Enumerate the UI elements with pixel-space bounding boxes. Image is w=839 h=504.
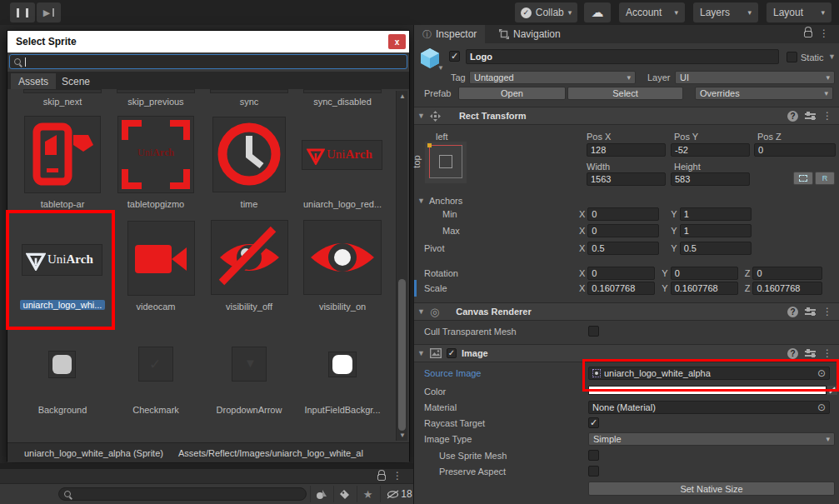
account-dropdown[interactable]: Account ▾ [619,2,685,22]
active-checkbox[interactable]: ✓ [449,51,460,62]
presets-icon[interactable] [805,307,816,317]
image-type-dropdown[interactable]: Simple ▾ [588,432,835,446]
scale-z-field[interactable]: 0.1607768 [752,282,822,295]
sprite-checkmark[interactable]: ✓ [138,347,173,382]
step-button[interactable]: ▶ [37,2,61,22]
tab-inspector[interactable]: ⓘ Inspector [414,25,485,43]
scroll-up-icon[interactable]: ▲ [397,92,408,100]
sprite-tabletop-ar[interactable] [24,116,101,193]
gameobject-name-field[interactable]: Logo [466,49,779,64]
project-search-input[interactable] [58,487,307,501]
tab-scene[interactable]: Scene [54,73,97,89]
blueprint-mode-button[interactable] [793,172,813,185]
source-image-field[interactable]: uniarch_logo_white_alpha ⊙ [588,367,830,380]
kebab-menu-icon[interactable]: ⋮ [822,306,832,317]
prefab-overrides-dropdown[interactable]: Overrides ▾ [695,87,833,100]
prefab-open-button[interactable]: Open [458,87,566,100]
sprite-dropdownarrow[interactable]: ▼ [232,347,267,382]
foldout-icon[interactable]: ▼ [417,349,425,357]
favorites-button[interactable]: ★ [357,486,378,502]
height-field[interactable]: 583 [671,172,750,186]
width-field[interactable]: 1563 [587,172,666,186]
sprite-background[interactable] [48,351,76,378]
foldout-icon[interactable]: ▼ [417,112,425,120]
max-x-field[interactable]: 0 [587,224,659,237]
select-sprite-titlebar[interactable]: Select Sprite x [7,31,409,52]
tag-dropdown[interactable]: Untagged ▾ [469,71,636,84]
help-icon[interactable]: ? [787,307,798,317]
presets-icon[interactable] [805,112,816,121]
prefab-select-button[interactable]: Select [567,87,683,100]
sprite-uniarch-logo-red[interactable]: UniArch [302,140,382,170]
sprite-visibility-on[interactable] [303,220,382,295]
grid-scrollbar[interactable]: ▲ ▼ [396,91,407,441]
eyedropper-button[interactable] [827,386,837,395]
sprite-skip-previous[interactable] [117,89,195,93]
sprite-time[interactable] [212,117,286,192]
static-checkbox[interactable] [787,52,797,62]
presets-icon[interactable] [805,349,816,358]
set-native-size-button[interactable]: Set Native Size [588,482,835,496]
raycast-target-checkbox[interactable]: ✓ [588,417,599,428]
rotation-y-field[interactable]: 0 [671,267,738,280]
scale-x-field[interactable]: 0.1607768 [587,282,655,295]
tab-assets[interactable]: Assets [11,73,56,89]
kebab-menu-icon[interactable]: ⋮ [822,110,832,122]
sprite-uniarch-logo-white[interactable]: UniArch [22,244,102,276]
layer-dropdown[interactable]: UI ▾ [675,71,835,84]
canvas-renderer-header[interactable]: ▼ ◎ Canvas Renderer ? ⋮ [414,302,839,321]
static-dropdown-arrow[interactable]: ▼ [828,52,836,61]
lock-icon[interactable] [377,474,386,481]
kebab-menu-icon[interactable]: ⋮ [822,347,832,359]
layout-dropdown[interactable]: Layout ▾ [767,2,832,22]
sprite-skip-next[interactable] [23,89,102,93]
image-header[interactable]: ▼ ✓ Image ? ⋮ [414,344,839,362]
filter-by-label-button[interactable] [333,486,355,502]
preserve-aspect-checkbox[interactable] [588,466,599,477]
scale-y-field[interactable]: 0.1607768 [671,282,738,295]
material-field[interactable]: None (Material) ⊙ [588,401,830,414]
pos-y-field[interactable]: -52 [671,143,750,157]
pivot-y-field[interactable]: 0.5 [680,242,752,255]
sprite-sync-disabled[interactable] [303,89,382,93]
min-x-field[interactable]: 0 [587,207,659,221]
help-icon[interactable]: ? [787,111,798,122]
rotation-x-field[interactable]: 0 [587,267,655,280]
pause-button[interactable] [10,2,35,22]
lock-icon[interactable] [804,31,812,37]
sprite-videocam[interactable] [127,221,195,296]
layers-dropdown[interactable]: Layers ▾ [693,2,758,22]
scrollbar-thumb[interactable] [398,279,406,431]
kebab-menu-icon[interactable]: ⋮ [392,470,402,482]
rect-transform-header[interactable]: ▼ Rect Transform ? ⋮ [414,107,839,125]
tab-navigation[interactable]: Navigation [491,25,569,43]
filter-by-type-button[interactable] [310,486,332,502]
sprite-visibility-off[interactable] [211,220,288,295]
use-sprite-mesh-checkbox[interactable] [588,450,599,461]
close-button[interactable]: x [388,34,406,49]
object-picker-icon[interactable]: ⊙ [817,368,826,378]
sprite-tabletopgizmo[interactable]: UniArch [117,116,194,193]
cloud-button[interactable]: ☁ [584,2,611,22]
sprite-search-input[interactable] [9,54,407,69]
min-y-field[interactable]: 1 [680,207,752,221]
max-y-field[interactable]: 1 [680,224,752,237]
icon-picker-arrow[interactable]: ▼ [437,64,444,72]
collab-button[interactable]: ✓ Collab ▾ [515,2,577,22]
pos-x-field[interactable]: 128 [587,143,666,157]
sprite-inputfieldbackground[interactable] [328,352,357,377]
scroll-down-icon[interactable]: ▼ [397,432,408,439]
image-enabled-checkbox[interactable]: ✓ [447,348,457,358]
raw-edit-button[interactable]: R [815,172,835,185]
color-swatch[interactable] [588,386,827,395]
help-icon[interactable]: ? [787,348,798,359]
cull-transparent-mesh-checkbox[interactable] [588,326,599,337]
pos-z-field[interactable]: 0 [754,143,836,157]
object-picker-icon[interactable]: ⊙ [817,402,826,412]
anchors-foldout[interactable]: ▼ Anchors [417,194,462,207]
pivot-x-field[interactable]: 0.5 [587,242,659,255]
kebab-menu-icon[interactable]: ⋮ [819,27,829,39]
foldout-icon[interactable]: ▼ [417,307,425,316]
sprite-sync[interactable] [210,89,288,93]
anchor-preset-button[interactable] [425,142,467,183]
